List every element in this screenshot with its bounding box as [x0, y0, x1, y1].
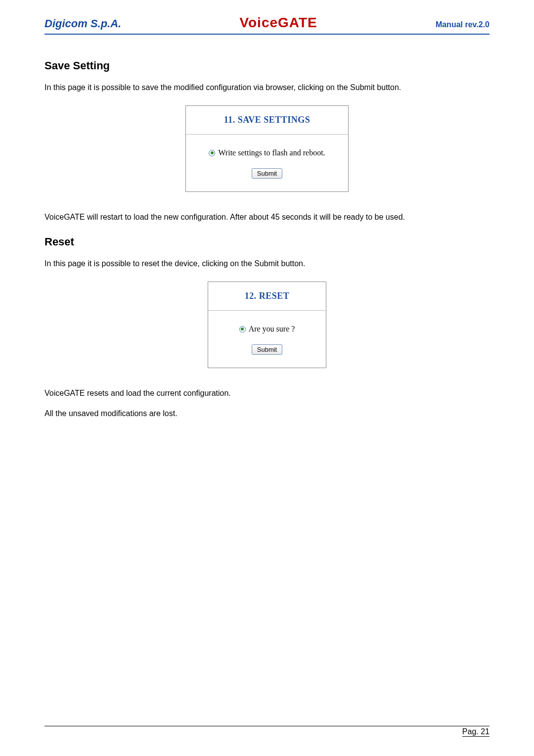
- save-settings-panel-wrap: 11. SAVE SETTINGS Write settings to flas…: [44, 105, 490, 192]
- reset-panel-title: 12. RESET: [208, 282, 326, 311]
- are-you-sure-radio[interactable]: Are you sure ?: [218, 325, 316, 333]
- reset-after-2: All the unsaved modifications are lost.: [44, 408, 490, 419]
- page-footer: Pag. 21: [44, 726, 490, 736]
- page-header: Digicom S.p.A. VoiceGATE Manual rev.2.0: [44, 15, 490, 35]
- save-setting-after: VoiceGATE will restart to load the new c…: [44, 212, 490, 223]
- reset-submit-button[interactable]: Submit: [252, 344, 282, 355]
- radio-selected-icon: [239, 326, 246, 332]
- reset-after-1: VoiceGATE resets and load the current co…: [44, 388, 490, 399]
- reset-panel-body: Are you sure ? Submit: [208, 311, 326, 368]
- product-title: VoiceGATE: [239, 15, 317, 31]
- reset-panel: 12. RESET Are you sure ? Submit: [208, 282, 326, 368]
- save-settings-panel: 11. SAVE SETTINGS Write settings to flas…: [185, 105, 349, 192]
- save-submit-button[interactable]: Submit: [252, 168, 282, 179]
- page-number: Pag. 21: [462, 727, 490, 737]
- save-setting-heading: Save Setting: [44, 59, 490, 72]
- reset-intro: In this page it is possible to reset the…: [44, 258, 490, 269]
- save-setting-intro: In this page it is possible to save the …: [44, 82, 490, 93]
- radio-selected-icon: [209, 150, 215, 156]
- save-settings-panel-body: Write settings to flash and reboot. Subm…: [186, 135, 348, 191]
- write-settings-label: Write settings to flash and reboot.: [218, 148, 325, 157]
- are-you-sure-label: Are you sure ?: [249, 325, 295, 333]
- brand-label: Digicom S.p.A.: [44, 17, 121, 30]
- reset-panel-wrap: 12. RESET Are you sure ? Submit: [44, 282, 490, 368]
- save-settings-panel-title: 11. SAVE SETTINGS: [186, 106, 348, 135]
- reset-heading: Reset: [44, 236, 490, 248]
- write-settings-radio[interactable]: Write settings to flash and reboot.: [196, 148, 338, 157]
- manual-revision: Manual rev.2.0: [436, 20, 490, 29]
